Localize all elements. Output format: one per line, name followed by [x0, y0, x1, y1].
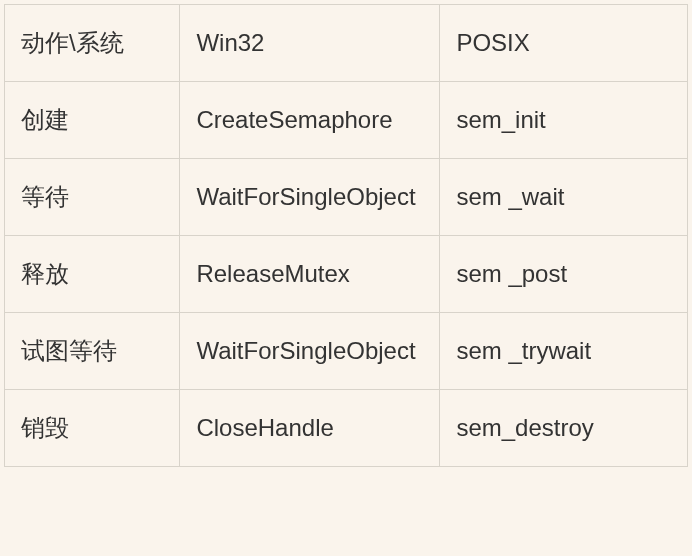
table-cell: ReleaseMutex [180, 236, 440, 313]
table-cell: 释放 [5, 236, 180, 313]
table-cell: CloseHandle [180, 390, 440, 467]
table-row: 销毁 CloseHandle sem_destroy [5, 390, 688, 467]
table-row: 动作\系统 Win32 POSIX [5, 5, 688, 82]
table-cell: CreateSemaphore [180, 82, 440, 159]
table-cell: 试图等待 [5, 313, 180, 390]
table-cell: POSIX [440, 5, 688, 82]
table-cell: sem _trywait [440, 313, 688, 390]
table-cell: Win32 [180, 5, 440, 82]
table-cell: sem_destroy [440, 390, 688, 467]
api-comparison-table: 动作\系统 Win32 POSIX 创建 CreateSemaphore sem… [4, 4, 688, 467]
table-row: 等待 WaitForSingleObject sem _wait [5, 159, 688, 236]
table-cell: 动作\系统 [5, 5, 180, 82]
table-cell: WaitForSingleObject [180, 313, 440, 390]
table-cell: 等待 [5, 159, 180, 236]
table-row: 创建 CreateSemaphore sem_init [5, 82, 688, 159]
table-cell: WaitForSingleObject [180, 159, 440, 236]
table-cell: sem _post [440, 236, 688, 313]
table-cell: 创建 [5, 82, 180, 159]
table-row: 释放 ReleaseMutex sem _post [5, 236, 688, 313]
table-cell: sem _wait [440, 159, 688, 236]
table-row: 试图等待 WaitForSingleObject sem _trywait [5, 313, 688, 390]
table-cell: sem_init [440, 82, 688, 159]
table-cell: 销毁 [5, 390, 180, 467]
